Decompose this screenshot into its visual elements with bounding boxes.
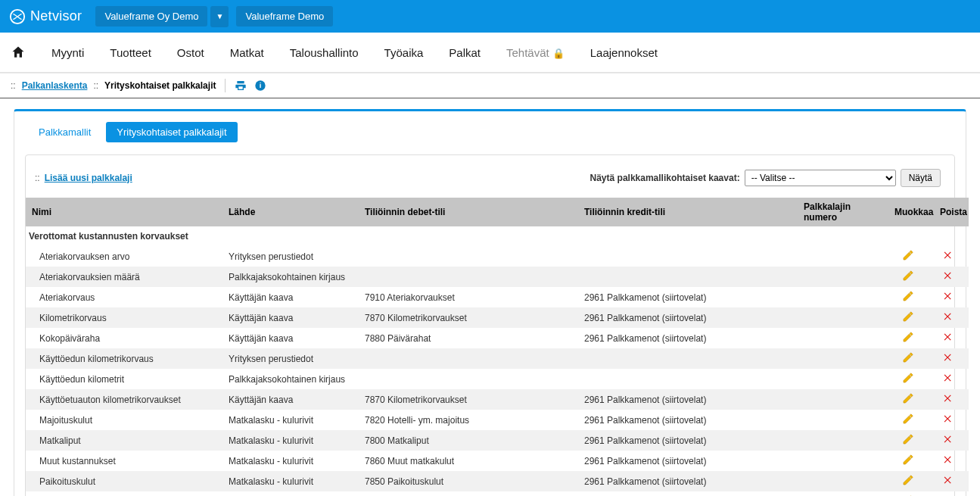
edit-button[interactable] <box>902 372 914 384</box>
cell-kredit: 2961 Palkkamenot (siirtovelat) <box>578 307 798 328</box>
cell-lahde: Palkkajaksokohtainen kirjaus <box>222 369 359 389</box>
breadcrumb-current: Yrityskohtaiset palkkalajit <box>104 80 216 91</box>
palkkalajit-table: Nimi Lähde Tiliöinnin debet-tili Tiliöin… <box>26 198 969 496</box>
cell-lahde: Matkalasku - kulurivit <box>222 471 359 491</box>
nav-palkat[interactable]: Palkat <box>449 46 481 59</box>
svg-text:i: i <box>260 82 262 89</box>
edit-button[interactable] <box>902 249 914 261</box>
info-button[interactable]: i <box>254 80 266 92</box>
table-row: KokopäivärahaKäyttäjän kaava7880 Päivära… <box>26 328 969 348</box>
th-nimi[interactable]: Nimi <box>26 198 222 226</box>
cell-lahde: Matkalasku - kulurivit <box>222 410 359 430</box>
cell-nimi: Ateriakorvauksen arvo <box>26 246 222 267</box>
crumb-sep-icon: :: <box>11 80 16 91</box>
th-lahde[interactable]: Lähde <box>222 198 359 226</box>
cell-lahde: Käyttäjän kaava <box>222 328 359 348</box>
cell-numero <box>798 491 888 496</box>
delete-button[interactable] <box>943 373 954 383</box>
delete-button[interactable] <box>943 454 954 465</box>
delete-button[interactable] <box>943 311 954 322</box>
nav-myynti[interactable]: Myynti <box>51 46 84 59</box>
table-row: PuolipäivärahaKäyttäjän kaava7880 Päivär… <box>26 491 969 496</box>
tab-yrityskohtaiset-palkkalajit[interactable]: Yrityskohtaiset palkkalajit <box>106 122 237 142</box>
delete-button[interactable] <box>943 250 954 260</box>
brand-logo[interactable]: Netvisor <box>9 8 82 25</box>
table-row: KilometrikorvausKäyttäjän kaava7870 Kilo… <box>26 307 969 328</box>
nav-taloushallinto[interactable]: Taloushallinto <box>290 46 359 59</box>
delete-button[interactable] <box>943 393 954 404</box>
edit-button[interactable] <box>902 413 914 425</box>
lock-icon: 🔒 <box>552 48 565 59</box>
vertical-divider <box>225 79 226 92</box>
cell-kredit <box>578 246 798 267</box>
edit-button[interactable] <box>902 310 914 323</box>
cell-lahde: Käyttäjän kaava <box>222 307 359 328</box>
delete-button[interactable] <box>943 434 954 445</box>
th-kredit[interactable]: Tiliöinnin kredit-tili <box>578 198 798 226</box>
nav-ostot[interactable]: Ostot <box>177 46 204 59</box>
cell-debet <box>359 267 578 287</box>
th-debet[interactable]: Tiliöinnin debet-tili <box>359 198 578 226</box>
edit-button[interactable] <box>902 433 914 445</box>
add-palkkalaji-link[interactable]: Lisää uusi palkkalaji <box>45 173 132 183</box>
edit-button[interactable] <box>902 351 914 363</box>
info-icon: i <box>254 80 266 92</box>
edit-button[interactable] <box>902 454 914 466</box>
cell-debet <box>359 369 578 389</box>
table-row: MatkaliputMatkalasku - kulurivit7800 Mat… <box>26 430 969 451</box>
company-dropdown-toggle[interactable]: ▼ <box>210 6 229 27</box>
cell-lahde: Matkalasku - kulurivit <box>222 451 359 471</box>
company-secondary-button[interactable]: Valueframe Demo <box>236 6 333 27</box>
cell-kredit: 2961 Palkkamenot (siirtovelat) <box>578 328 798 348</box>
edit-button[interactable] <box>902 270 914 282</box>
filter-select[interactable]: -- Valitse -- <box>745 170 896 186</box>
cell-nimi: Kokopäiväraha <box>26 328 222 348</box>
th-muokkaa: Muokkaa <box>888 198 934 226</box>
th-numero[interactable]: Palkkalajin numero <box>798 198 888 226</box>
edit-button[interactable] <box>902 331 914 343</box>
nav-matkat[interactable]: Matkat <box>230 46 264 59</box>
table-row: Ateriakorvauksien määräPalkkajaksokohtai… <box>26 267 969 287</box>
cell-debet: 7870 Kilometrikorvaukset <box>359 307 578 328</box>
delete-button[interactable] <box>943 352 954 363</box>
cell-debet: 7860 Muut matkakulut <box>359 451 578 471</box>
cell-debet: 7850 Paikoituskulut <box>359 471 578 491</box>
delete-button[interactable] <box>943 413 954 424</box>
breadcrumb-root[interactable]: Palkanlaskenta <box>22 80 88 91</box>
home-link[interactable] <box>11 45 26 60</box>
table-row: MajoituskulutMatkalasku - kulurivit7820 … <box>26 410 969 430</box>
cell-numero <box>798 369 888 389</box>
cell-numero <box>798 451 888 471</box>
nav-tyoaika[interactable]: Työaika <box>384 46 424 59</box>
cell-nimi: Matkaliput <box>26 430 222 451</box>
delete-button[interactable] <box>943 332 954 342</box>
tab-palkkamallit[interactable]: Palkkamallit <box>28 122 101 142</box>
nav-laajennokset[interactable]: Laajennokset <box>590 46 658 59</box>
cell-nimi: Paikoituskulut <box>26 471 222 491</box>
edit-button[interactable] <box>902 392 914 404</box>
edit-button[interactable] <box>902 290 914 302</box>
delete-button[interactable] <box>943 475 954 485</box>
print-button[interactable] <box>235 80 247 92</box>
delete-button[interactable] <box>943 270 954 281</box>
cell-kredit <box>578 348 798 369</box>
cell-nimi: Muut kustannukset <box>26 451 222 471</box>
cell-kredit: 2961 Palkkamenot (siirtovelat) <box>578 430 798 451</box>
cell-numero <box>798 389 888 410</box>
cell-debet: 7800 Matkaliput <box>359 430 578 451</box>
filter-show-button[interactable]: Näytä <box>901 169 941 187</box>
caret-down-icon: ▼ <box>216 12 224 20</box>
company-primary-button[interactable]: Valueframe Oy Demo <box>95 6 207 27</box>
edit-button[interactable] <box>902 474 914 486</box>
cell-nimi: Ateriakorvaus <box>26 287 222 307</box>
print-icon <box>235 80 247 92</box>
table-row: AteriakorvausKäyttäjän kaava7910 Ateriak… <box>26 287 969 307</box>
table-row: Muut kustannuksetMatkalasku - kulurivit7… <box>26 451 969 471</box>
th-poista: Poista <box>934 198 969 226</box>
table-header-row: Nimi Lähde Tiliöinnin debet-tili Tiliöin… <box>26 198 969 226</box>
cell-nimi: Puolipäiväraha <box>26 491 222 496</box>
cell-debet: 7880 Päivärahat <box>359 491 578 496</box>
cell-debet: 7910 Ateriakorvaukset <box>359 287 578 307</box>
nav-tuotteet[interactable]: Tuotteet <box>110 46 151 59</box>
delete-button[interactable] <box>943 291 954 301</box>
